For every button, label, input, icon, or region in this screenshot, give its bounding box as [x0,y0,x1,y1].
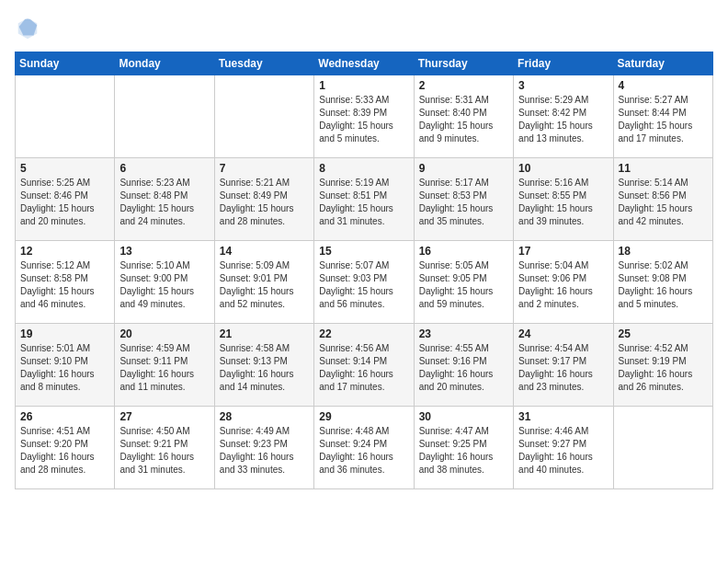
day-number: 11 [619,162,708,175]
calendar-cell: 20Sunrise: 4:59 AM Sunset: 9:11 PM Dayli… [115,324,214,407]
day-number: 16 [419,245,508,258]
day-info: Sunrise: 4:58 AM Sunset: 9:13 PM Dayligh… [220,342,309,394]
calendar-cell: 6Sunrise: 5:23 AM Sunset: 8:48 PM Daylig… [115,158,214,241]
calendar-cell: 8Sunrise: 5:19 AM Sunset: 8:51 PM Daylig… [314,158,414,241]
calendar-cell: 31Sunrise: 4:46 AM Sunset: 9:27 PM Dayli… [514,407,613,489]
calendar-cell: 5Sunrise: 5:25 AM Sunset: 8:46 PM Daylig… [16,158,115,241]
day-number: 28 [220,410,309,423]
day-number: 19 [20,327,109,340]
day-number: 6 [119,162,209,175]
day-number: 15 [319,245,408,258]
day-number: 27 [119,410,209,423]
day-number: 3 [518,79,608,92]
day-info: Sunrise: 5:16 AM Sunset: 8:55 PM Dayligh… [518,177,608,228]
day-number: 29 [319,410,408,423]
day-info: Sunrise: 5:09 AM Sunset: 9:01 PM Dayligh… [220,259,309,311]
day-info: Sunrise: 4:56 AM Sunset: 9:14 PM Dayligh… [319,342,408,394]
day-number: 17 [518,245,608,258]
day-info: Sunrise: 5:27 AM Sunset: 8:44 PM Dayligh… [619,94,708,145]
calendar-cell: 24Sunrise: 4:54 AM Sunset: 9:17 PM Dayli… [514,324,613,407]
day-info: Sunrise: 4:54 AM Sunset: 9:17 PM Dayligh… [518,342,608,394]
day-number: 23 [419,327,508,340]
day-info: Sunrise: 5:21 AM Sunset: 8:49 PM Dayligh… [220,177,309,228]
day-info: Sunrise: 5:31 AM Sunset: 8:40 PM Dayligh… [419,94,508,145]
calendar-cell: 28Sunrise: 4:49 AM Sunset: 9:23 PM Dayli… [214,407,313,489]
day-number: 31 [518,410,608,423]
calendar-cell: 22Sunrise: 4:56 AM Sunset: 9:14 PM Dayli… [314,324,414,407]
day-number: 4 [619,79,708,92]
logo [15,15,44,40]
calendar-cell: 27Sunrise: 4:50 AM Sunset: 9:21 PM Dayli… [115,407,214,489]
day-info: Sunrise: 5:02 AM Sunset: 9:08 PM Dayligh… [619,259,708,311]
calendar-cell: 23Sunrise: 4:55 AM Sunset: 9:16 PM Dayli… [414,324,513,407]
day-info: Sunrise: 5:29 AM Sunset: 8:42 PM Dayligh… [518,94,608,145]
day-info: Sunrise: 4:50 AM Sunset: 9:21 PM Dayligh… [119,425,209,477]
day-of-week-header: Tuesday [214,52,313,75]
day-info: Sunrise: 5:25 AM Sunset: 8:46 PM Dayligh… [20,177,109,228]
calendar-cell [214,75,313,158]
calendar-cell: 11Sunrise: 5:14 AM Sunset: 8:56 PM Dayli… [613,158,712,241]
day-number: 14 [220,245,309,258]
day-info: Sunrise: 5:05 AM Sunset: 9:05 PM Dayligh… [419,259,508,311]
day-number: 9 [419,162,508,175]
calendar-week-row: 19Sunrise: 5:01 AM Sunset: 9:10 PM Dayli… [16,324,713,407]
day-of-week-header: Friday [514,52,613,75]
day-of-week-header: Saturday [613,52,712,75]
calendar-cell: 3Sunrise: 5:29 AM Sunset: 8:42 PM Daylig… [514,75,613,158]
day-number: 30 [419,410,508,423]
calendar-cell: 18Sunrise: 5:02 AM Sunset: 9:08 PM Dayli… [613,241,712,324]
day-info: Sunrise: 4:52 AM Sunset: 9:19 PM Dayligh… [619,342,708,394]
day-number: 8 [319,162,408,175]
calendar-cell: 9Sunrise: 5:17 AM Sunset: 8:53 PM Daylig… [414,158,513,241]
day-number: 7 [220,162,309,175]
page-header [15,15,713,40]
day-of-week-header: Thursday [414,52,513,75]
calendar-cell: 2Sunrise: 5:31 AM Sunset: 8:40 PM Daylig… [414,75,513,158]
calendar-week-row: 26Sunrise: 4:51 AM Sunset: 9:20 PM Dayli… [16,407,713,489]
day-info: Sunrise: 4:47 AM Sunset: 9:25 PM Dayligh… [419,425,508,477]
calendar-week-row: 1Sunrise: 5:33 AM Sunset: 8:39 PM Daylig… [16,75,713,158]
calendar-cell: 14Sunrise: 5:09 AM Sunset: 9:01 PM Dayli… [214,241,313,324]
calendar-cell: 19Sunrise: 5:01 AM Sunset: 9:10 PM Dayli… [16,324,115,407]
calendar-week-row: 12Sunrise: 5:12 AM Sunset: 8:58 PM Dayli… [16,241,713,324]
day-number: 10 [518,162,608,175]
header-row: SundayMondayTuesdayWednesdayThursdayFrid… [16,52,713,75]
day-of-week-header: Sunday [16,52,115,75]
day-info: Sunrise: 4:48 AM Sunset: 9:24 PM Dayligh… [319,425,408,477]
calendar-cell: 25Sunrise: 4:52 AM Sunset: 9:19 PM Dayli… [613,324,712,407]
day-info: Sunrise: 5:33 AM Sunset: 8:39 PM Dayligh… [319,94,408,145]
calendar-cell [115,75,214,158]
calendar-cell: 16Sunrise: 5:05 AM Sunset: 9:05 PM Dayli… [414,241,513,324]
day-info: Sunrise: 4:51 AM Sunset: 9:20 PM Dayligh… [20,425,109,477]
day-number: 22 [319,327,408,340]
day-number: 24 [518,327,608,340]
day-info: Sunrise: 5:12 AM Sunset: 8:58 PM Dayligh… [20,259,109,311]
day-info: Sunrise: 5:10 AM Sunset: 9:00 PM Dayligh… [119,259,209,311]
day-of-week-header: Wednesday [314,52,414,75]
calendar-cell: 12Sunrise: 5:12 AM Sunset: 8:58 PM Dayli… [16,241,115,324]
day-number: 26 [20,410,109,423]
calendar-cell: 1Sunrise: 5:33 AM Sunset: 8:39 PM Daylig… [314,75,414,158]
calendar-cell: 15Sunrise: 5:07 AM Sunset: 9:03 PM Dayli… [314,241,414,324]
day-info: Sunrise: 5:07 AM Sunset: 9:03 PM Dayligh… [319,259,408,311]
calendar-cell: 21Sunrise: 4:58 AM Sunset: 9:13 PM Dayli… [214,324,313,407]
calendar-cell: 10Sunrise: 5:16 AM Sunset: 8:55 PM Dayli… [514,158,613,241]
calendar-cell: 26Sunrise: 4:51 AM Sunset: 9:20 PM Dayli… [16,407,115,489]
day-info: Sunrise: 5:14 AM Sunset: 8:56 PM Dayligh… [619,177,708,228]
day-info: Sunrise: 4:46 AM Sunset: 9:27 PM Dayligh… [518,425,608,477]
day-number: 18 [619,245,708,258]
calendar-cell [613,407,712,489]
day-info: Sunrise: 4:59 AM Sunset: 9:11 PM Dayligh… [119,342,209,394]
day-number: 12 [20,245,109,258]
day-number: 13 [119,245,209,258]
day-number: 20 [119,327,209,340]
calendar-cell: 7Sunrise: 5:21 AM Sunset: 8:49 PM Daylig… [214,158,313,241]
calendar-cell: 17Sunrise: 5:04 AM Sunset: 9:06 PM Dayli… [514,241,613,324]
day-number: 2 [419,79,508,92]
day-info: Sunrise: 5:19 AM Sunset: 8:51 PM Dayligh… [319,177,408,228]
calendar-cell: 29Sunrise: 4:48 AM Sunset: 9:24 PM Dayli… [314,407,414,489]
calendar-cell [16,75,115,158]
day-info: Sunrise: 4:55 AM Sunset: 9:16 PM Dayligh… [419,342,508,394]
day-info: Sunrise: 5:23 AM Sunset: 8:48 PM Dayligh… [119,177,209,228]
calendar-cell: 4Sunrise: 5:27 AM Sunset: 8:44 PM Daylig… [613,75,712,158]
